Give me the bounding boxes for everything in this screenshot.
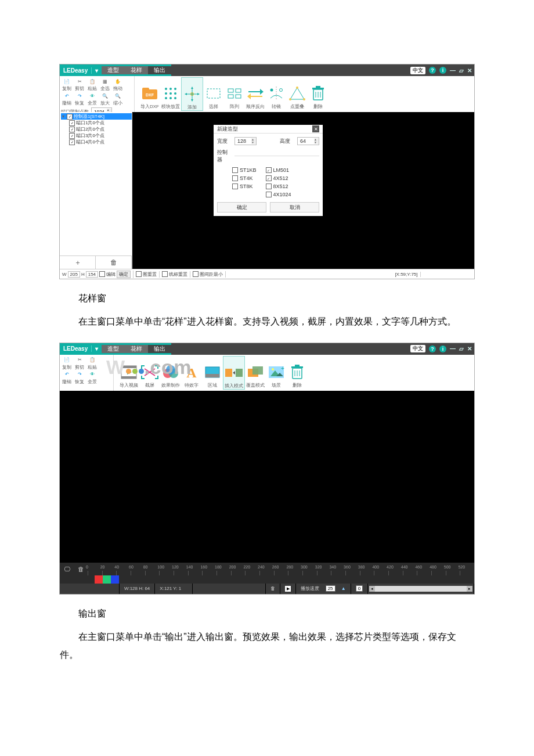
timeline-scrollbar[interactable]: ◂ ▸ — [369, 586, 472, 592]
tool-scene[interactable]: +场景 — [266, 356, 287, 388]
paste-button[interactable]: 📋粘贴 — [86, 77, 98, 92]
reset-view-button[interactable]: 👁全景 — [86, 370, 98, 385]
drag-button[interactable]: ✋拖动 — [112, 77, 124, 92]
undo-button[interactable]: ↶撤销 — [61, 370, 73, 385]
dialog-cancel-button[interactable]: 取消 — [270, 202, 319, 213]
restore-icon[interactable]: ▱ — [459, 345, 464, 352]
copy-button[interactable]: 📄复制 — [61, 356, 73, 370]
chk-lm501[interactable]: ✓LM501 — [266, 167, 291, 173]
tree-item[interactable]: ✓端口4共0个点 — [61, 139, 132, 145]
info-icon[interactable]: i — [439, 345, 446, 352]
status-lineset-check[interactable] — [162, 271, 168, 277]
paste-button[interactable]: 📋粘贴 — [86, 356, 98, 370]
play-button[interactable]: ▶ — [285, 586, 291, 592]
tool-screenshot[interactable]: 截屏 — [139, 356, 160, 388]
swatch-blue[interactable] — [111, 575, 119, 584]
svg-point-3 — [165, 88, 167, 90]
tool-insert-mode[interactable]: 插入模式 — [223, 356, 245, 390]
redo-button[interactable]: ↷恢复 — [74, 92, 85, 106]
zoom-in-button[interactable]: 🔍放大 — [99, 92, 111, 106]
swatch-green[interactable] — [103, 575, 111, 584]
track-area[interactable] — [119, 575, 474, 584]
tool-delete[interactable]: 删除 — [308, 77, 329, 110]
chk-st8k[interactable]: ST8K — [232, 183, 257, 189]
app-menu-dropdown[interactable]: ▾ — [91, 345, 102, 352]
tool-delete[interactable]: 删除 — [287, 356, 308, 388]
tool-import-dxf[interactable]: DXF导入DXF — [139, 77, 160, 110]
preview-canvas[interactable] — [60, 391, 474, 563]
tool-mirror[interactable]: 转镜 — [266, 77, 287, 110]
info-icon[interactable]: i — [439, 67, 446, 74]
scroll-right-button[interactable]: ▸ — [467, 586, 472, 592]
status-w-input[interactable]: 205 — [68, 271, 80, 278]
menu-shape[interactable]: 造型 — [102, 345, 125, 353]
min-icon[interactable]: — — [450, 67, 456, 74]
menu-pattern[interactable]: 花样 — [125, 66, 148, 74]
speed-stepper[interactable]: 25 — [326, 585, 335, 592]
status-min-check[interactable] — [193, 271, 199, 277]
chk-4x512[interactable]: ✓4X512 — [266, 175, 291, 181]
reset-view-button[interactable]: 👁全景 — [86, 92, 98, 106]
tree-delete-button[interactable]: 🗑 — [96, 256, 132, 269]
svg-rect-50 — [205, 374, 219, 377]
lang-pill[interactable]: 中文 — [410, 67, 425, 74]
help-icon[interactable]: ? — [429, 67, 436, 74]
zoom-out-button[interactable]: 🔍缩小 — [112, 92, 124, 106]
tool-textfx[interactable]: A特效字 — [181, 356, 202, 388]
status-edit-check[interactable] — [99, 271, 105, 277]
dialog-close-icon[interactable]: ✕ — [312, 125, 319, 132]
timeline-trash-icon[interactable]: 🗑 — [270, 586, 275, 591]
restore-icon[interactable]: ▱ — [459, 67, 464, 74]
tool-reverse[interactable]: 顺序反向 — [245, 77, 266, 110]
app-menu-dropdown[interactable]: ▾ — [91, 67, 102, 74]
tree-item[interactable]: ✓端口1共0个点 — [61, 120, 132, 126]
monitor-icon[interactable]: 🖵 — [60, 566, 74, 573]
chk-8x512[interactable]: 8X512 — [266, 183, 291, 189]
chk-st1kb[interactable]: ST1KB — [232, 167, 257, 173]
help-icon[interactable]: ? — [429, 345, 436, 352]
tool-region[interactable]: 区域 — [202, 356, 223, 388]
menu-output[interactable]: 输出 — [148, 66, 171, 74]
chk-st4k[interactable]: ST4K — [232, 175, 257, 181]
status-xy: X:121 Y: 1 — [155, 584, 193, 594]
chk-4x1024[interactable]: 4X1024 — [266, 192, 291, 197]
tree-item[interactable]: ✓端口2共0个点 — [61, 126, 132, 132]
dialog-ok-button[interactable]: 确定 — [217, 202, 266, 213]
tree-item[interactable]: ✓端口3共0个点 — [61, 132, 132, 139]
undo-button[interactable]: ↶撤销 — [61, 92, 73, 106]
svg-point-8 — [174, 92, 176, 95]
height-stepper[interactable]: 64▲▼ — [297, 137, 319, 145]
tool-module-place[interactable]: 模块放置 — [160, 77, 181, 110]
status-layer-check[interactable] — [136, 271, 142, 277]
scroll-left-button[interactable]: ◂ — [369, 586, 375, 592]
status-confirm-button[interactable]: 确定 — [117, 271, 131, 278]
svg-point-10 — [169, 97, 172, 99]
close-icon[interactable]: ✕ — [467, 67, 472, 74]
tool-array[interactable]: 阵列 — [224, 77, 245, 110]
close-icon[interactable]: ✕ — [467, 345, 472, 352]
redo-button[interactable]: ↷恢复 — [74, 370, 85, 385]
cut-button[interactable]: ✂剪切 — [74, 356, 85, 370]
cut-button[interactable]: ✂剪切 — [74, 77, 85, 92]
width-stepper[interactable]: 128▲▼ — [234, 137, 257, 145]
tree-root[interactable]: ▾✓控制器1[ST4K] — [61, 113, 132, 120]
timeline-ruler[interactable]: 0204060801001201401601802002202402602803… — [88, 563, 474, 575]
tool-select[interactable]: 选择 — [203, 77, 224, 110]
lang-pill[interactable]: 中文 — [410, 345, 425, 352]
tool-add[interactable]: 添加 — [181, 77, 203, 111]
tree-add-button[interactable]: ＋ — [60, 256, 96, 269]
tool-fx[interactable]: 效果制作 — [160, 356, 181, 388]
copy-button[interactable]: 📄复制 — [61, 77, 73, 92]
swatch-red[interactable] — [95, 575, 103, 584]
status-h-input[interactable]: 154 — [86, 271, 98, 278]
svg-rect-38 — [316, 86, 320, 88]
menu-output[interactable]: 输出 — [148, 345, 171, 353]
canvas[interactable]: 新建造型✕ 宽度 128▲▼ 高度 64▲▼ 控制器 ST1KB ST4K — [132, 112, 474, 269]
min-icon[interactable]: — — [450, 345, 456, 352]
tool-overlap[interactable]: 点重叠 — [287, 77, 308, 110]
tool-overlay-mode[interactable]: 覆盖模式 — [245, 356, 266, 388]
tool-import-video[interactable]: 导入视频 — [118, 356, 139, 388]
menu-shape[interactable]: 造型 — [102, 66, 125, 74]
menu-pattern[interactable]: 花样 — [125, 345, 148, 353]
selectall-button[interactable]: ▦全选 — [99, 77, 111, 92]
